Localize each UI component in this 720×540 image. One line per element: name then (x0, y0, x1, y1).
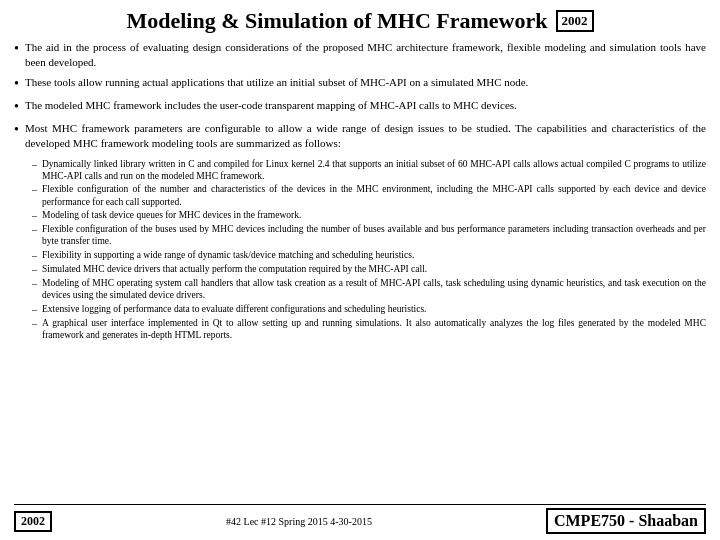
sub-item-8: – Extensive logging of performance data … (32, 303, 706, 316)
sub-text-4: Flexible configuration of the buses used… (42, 223, 706, 248)
bullet-item-2: • These tools allow running actual appli… (14, 75, 706, 93)
sub-dash-3: – (32, 209, 37, 222)
footer-year: 2002 (14, 511, 52, 532)
bullet-dot-4: • (14, 121, 19, 139)
sub-item-3: – Modeling of task device queues for MHC… (32, 209, 706, 222)
sub-item-9: – A graphical user interface implemented… (32, 317, 706, 342)
footer-course: CMPE750 - Shaaban (546, 508, 706, 534)
bullet-item-3: • The modeled MHC framework includes the… (14, 98, 706, 116)
bullet-text-1: The aid in the process of evaluating des… (25, 40, 706, 70)
bullet-dot-2: • (14, 75, 19, 93)
content: • The aid in the process of evaluating d… (14, 40, 706, 500)
bullet-item-1: • The aid in the process of evaluating d… (14, 40, 706, 70)
page-title: Modeling & Simulation of MHC Framework (126, 8, 547, 34)
sub-item-4: – Flexible configuration of the buses us… (32, 223, 706, 248)
sub-item-2: – Flexible configuration of the number a… (32, 183, 706, 208)
bullet-item-4: • Most MHC framework parameters are conf… (14, 121, 706, 151)
sub-dash-9: – (32, 317, 37, 330)
sub-text-9: A graphical user interface implemented i… (42, 317, 706, 342)
footer-slide-info: #42 Lec #12 Spring 2015 4-30-2015 (226, 516, 372, 527)
bullet-text-2: These tools allow running actual applica… (25, 75, 528, 90)
bullet-text-3: The modeled MHC framework includes the u… (25, 98, 517, 113)
sub-dash-4: – (32, 223, 37, 236)
sub-dash-8: – (32, 303, 37, 316)
sub-item-6: – Simulated MHC device drivers that actu… (32, 263, 706, 276)
sub-dash-5: – (32, 249, 37, 262)
header: Modeling & Simulation of MHC Framework 2… (14, 8, 706, 34)
sub-item-5: – Flexibility in supporting a wide range… (32, 249, 706, 262)
sub-item-1: – Dynamically linked library written in … (32, 158, 706, 183)
sub-list: – Dynamically linked library written in … (32, 158, 706, 342)
sub-text-7: Modeling of MHC operating system call ha… (42, 277, 706, 302)
sub-dash-2: – (32, 183, 37, 196)
sub-text-5: Flexibility in supporting a wide range o… (42, 249, 414, 261)
bullet-dot-3: • (14, 98, 19, 116)
sub-text-2: Flexible configuration of the number and… (42, 183, 706, 208)
sub-text-1: Dynamically linked library written in C … (42, 158, 706, 183)
sub-dash-1: – (32, 158, 37, 171)
page: Modeling & Simulation of MHC Framework 2… (0, 0, 720, 540)
sub-text-8: Extensive logging of performance data to… (42, 303, 426, 315)
sub-item-7: – Modeling of MHC operating system call … (32, 277, 706, 302)
bullet-text-4: Most MHC framework parameters are config… (25, 121, 706, 151)
footer: 2002 #42 Lec #12 Spring 2015 4-30-2015 C… (14, 504, 706, 534)
sub-text-3: Modeling of task device queues for MHC d… (42, 209, 301, 221)
sub-dash-7: – (32, 277, 37, 290)
bullet-dot-1: • (14, 40, 19, 58)
year-badge: 2002 (556, 10, 594, 32)
sub-text-6: Simulated MHC device drivers that actual… (42, 263, 427, 275)
sub-dash-6: – (32, 263, 37, 276)
